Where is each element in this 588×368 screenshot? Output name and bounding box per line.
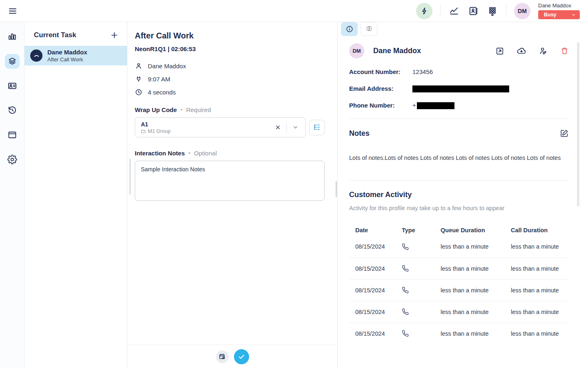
phone-handset-icon [30, 49, 42, 62]
call-type-phone-icon [402, 330, 441, 337]
session-info: NeonR1Q1 | 02:06:53 [135, 45, 325, 52]
redacted-email-value [412, 85, 509, 92]
dialpad-icon[interactable] [487, 5, 498, 17]
browse-code-tree-button[interactable] [309, 120, 325, 135]
activity-table-body: 08/15/2024less than a minuteless than a … [349, 236, 569, 344]
complete-task-button[interactable] [234, 349, 249, 364]
sidebar-item-browser[interactable] [5, 128, 20, 142]
user-avatar[interactable]: DM [514, 3, 530, 19]
page-title: After Call Work [135, 31, 325, 40]
add-task-button[interactable] [110, 31, 119, 40]
call-type-phone-icon [402, 308, 441, 315]
tab-profile-info[interactable] [341, 22, 358, 36]
notes-heading: Notes [349, 129, 370, 138]
call-type-phone-icon [402, 243, 441, 250]
sidebar-item-history[interactable] [5, 103, 20, 118]
column-header: Call Duration [511, 227, 569, 233]
activity-call-duration: less than a minute [511, 243, 569, 250]
sidebar-item-settings[interactable] [5, 152, 20, 167]
contact-name: Dane Maddox [148, 63, 186, 70]
brain-icon [365, 25, 373, 33]
notes-text: Lots of notes.Lots of notes Lots of note… [349, 154, 569, 162]
column-header: Type [402, 227, 441, 233]
scrollbar[interactable] [577, 42, 579, 206]
activity-row: 08/15/2024less than a minuteless than a … [349, 323, 569, 344]
status-dropdown[interactable]: Busy [538, 10, 580, 19]
email-address-row: Email Address: [349, 85, 569, 92]
account-number-value: 123456 [412, 68, 433, 75]
column-header: Queue Duration [441, 227, 511, 233]
lightning-bolt-icon [420, 7, 429, 16]
current-task-panel: Current Task Dane Maddox After Call Work [24, 22, 127, 368]
bar-chart-icon [7, 32, 17, 42]
gear-icon [7, 155, 17, 164]
start-time: 9:07 AM [148, 76, 170, 83]
bullet-separator: • [189, 150, 191, 156]
field-label: Phone Number: [349, 102, 412, 109]
profile-avatar: DM [349, 43, 364, 58]
scrollbar[interactable] [336, 181, 337, 197]
account-number-row: Account Number: 123456 [349, 68, 569, 75]
activity-queue-duration: less than a minute [441, 309, 511, 315]
activity-queue-duration: less than a minute [441, 287, 511, 294]
activity-queue-duration: less than a minute [441, 265, 511, 272]
activity-queue-duration: less than a minute [441, 243, 511, 250]
activity-call-duration: less than a minute [511, 265, 569, 272]
navigation-rail [0, 22, 24, 368]
user-name: Dane Maddox [538, 2, 571, 9]
interaction-notes-input[interactable]: Sample Interaction Notes [135, 161, 325, 201]
tab-ai-insights[interactable] [361, 22, 377, 36]
cloud-download-icon[interactable] [517, 46, 526, 56]
profile-name: Dane Maddox [373, 47, 495, 55]
clear-selection-icon[interactable] [272, 122, 283, 133]
schedule-callback-button[interactable] [216, 350, 229, 363]
task-contact-name: Dane Maddox [47, 49, 87, 56]
section-divider [349, 119, 569, 119]
open-external-icon[interactable] [495, 47, 504, 56]
activity-date: 08/15/2024 [355, 243, 402, 250]
activity-date: 08/15/2024 [355, 265, 402, 272]
call-type-phone-icon [402, 265, 441, 272]
column-header: Date [355, 227, 402, 233]
activity-row: 08/15/2024less than a minuteless than a … [349, 258, 569, 279]
task-state-label: After Call Work [47, 56, 87, 63]
activity-date: 08/15/2024 [355, 309, 402, 315]
phone-number-row: Phone Number: + [349, 102, 569, 109]
interaction-notes-label: Interaction Notes [135, 150, 185, 157]
sidebar-item-queue[interactable] [5, 54, 20, 69]
wrap-up-code-select[interactable]: A1 M1 Group [135, 117, 306, 137]
activity-row: 08/15/2024less than a minuteless than a … [349, 279, 569, 301]
hamburger-menu-icon[interactable] [7, 5, 19, 17]
contact-card-icon [7, 81, 17, 91]
section-divider [349, 180, 569, 181]
analytics-chart-icon[interactable] [448, 5, 460, 17]
delete-contact-icon[interactable] [560, 47, 569, 55]
edit-notes-icon[interactable] [560, 129, 569, 138]
contacts-book-icon[interactable] [468, 5, 479, 17]
tree-list-icon [313, 123, 321, 132]
window-icon [7, 130, 17, 140]
sidebar-item-contacts[interactable] [5, 79, 20, 93]
select-divider [286, 122, 287, 133]
layers-icon [7, 56, 17, 66]
activity-table-header: Date Type Queue Duration Call Duration [349, 224, 569, 236]
chevron-down-icon [571, 13, 576, 17]
checkmark-icon [238, 353, 245, 361]
person-icon [135, 62, 143, 70]
clock-icon [135, 88, 143, 96]
activity-queue-duration: less than a minute [441, 330, 511, 337]
plug-icon [135, 75, 143, 83]
wrap-up-code-label: Wrap Up Code [135, 106, 177, 113]
quick-actions-button[interactable] [416, 3, 432, 19]
edit-contact-icon[interactable] [539, 46, 548, 56]
scrollbar[interactable] [129, 159, 131, 195]
chevron-down-icon[interactable] [290, 122, 301, 133]
task-list-item[interactable]: Dane Maddox After Call Work [24, 46, 127, 65]
top-bar: DM Dane Maddox Busy [0, 0, 588, 22]
customer-activity-subtitle: Activity for this profile may take up to… [349, 205, 569, 211]
panel-title: Current Task [34, 31, 76, 39]
bullet-separator: • [180, 107, 183, 113]
status-label: Busy [544, 12, 557, 18]
required-label: Required [186, 106, 211, 113]
sidebar-item-dashboard[interactable] [5, 29, 20, 44]
